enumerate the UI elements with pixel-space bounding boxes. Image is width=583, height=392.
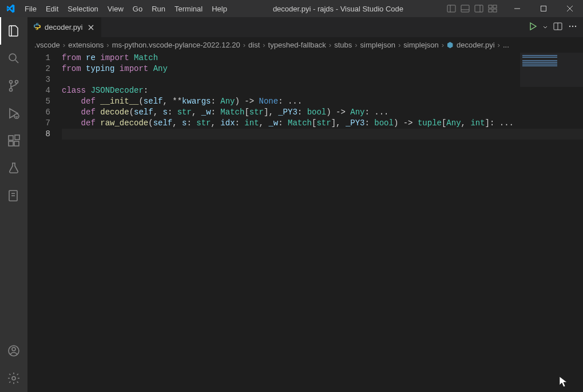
editor-area: decoder.pyi .vscode› extensions› ms-pyth… [27, 17, 583, 392]
tab-bar: decoder.pyi [27, 17, 583, 37]
toggle-secondary-sidebar-icon[interactable] [473, 2, 485, 15]
svg-point-28 [12, 347, 15, 351]
chevron-right-icon: › [261, 41, 267, 49]
tab-decoder-pyi[interactable]: decoder.pyi [27, 17, 102, 37]
vscode-logo [0, 4, 20, 13]
python-file-icon [33, 22, 41, 32]
crumb[interactable]: simplejson [403, 41, 438, 49]
run-file-icon[interactable] [528, 22, 537, 33]
code-line[interactable]: from typing import Any [62, 64, 583, 74]
code-line[interactable]: def __init__(self, **kwargs: Any) -> Non… [62, 96, 583, 107]
crumb[interactable]: dist [248, 41, 260, 49]
more-actions-icon[interactable] [568, 22, 577, 33]
minimize-button[interactable] [504, 0, 530, 17]
svg-point-17 [10, 81, 13, 84]
svg-point-14 [9, 54, 16, 61]
references-icon[interactable] [0, 182, 27, 209]
svg-rect-2 [461, 5, 469, 12]
close-icon[interactable] [86, 23, 96, 32]
editor-body: 12345678 from re import Matchfrom typing… [27, 53, 583, 392]
menu-help[interactable]: Help [207, 0, 232, 17]
chevron-right-icon: › [353, 41, 359, 49]
breadcrumbs[interactable]: .vscode› extensions› ms-python.vscode-py… [27, 37, 583, 53]
crumb[interactable]: decoder.pyi [457, 41, 495, 49]
code-line[interactable] [62, 74, 583, 85]
extensions-icon[interactable] [0, 127, 27, 155]
tab-label: decoder.pyi [45, 23, 83, 31]
minimap[interactable] [520, 53, 583, 87]
chevron-right-icon: › [105, 41, 110, 49]
toggle-primary-sidebar-icon[interactable] [445, 2, 458, 15]
svg-rect-11 [541, 6, 546, 11]
crumb[interactable]: stubs [334, 41, 352, 49]
split-editor-icon[interactable] [553, 22, 562, 33]
svg-rect-22 [14, 141, 19, 146]
crumb[interactable]: simplejson [360, 41, 395, 49]
testing-icon[interactable] [0, 155, 27, 182]
svg-point-34 [569, 26, 570, 27]
window-controls [504, 0, 583, 17]
maximize-button[interactable] [530, 0, 557, 17]
run-debug-icon[interactable] [0, 100, 27, 127]
menu-edit[interactable]: Edit [41, 0, 63, 17]
line-number: 4 [27, 85, 50, 96]
line-number: 3 [27, 74, 50, 85]
svg-point-29 [12, 377, 15, 380]
titlebar: File Edit Selection View Go Run Terminal… [0, 0, 583, 17]
svg-rect-23 [15, 135, 19, 140]
svg-point-35 [572, 26, 573, 27]
crumb[interactable]: extensions [68, 41, 104, 49]
line-number: 6 [27, 107, 50, 118]
line-number: 2 [27, 64, 50, 74]
svg-rect-21 [9, 141, 13, 146]
chevron-right-icon: › [241, 41, 247, 49]
crumb[interactable]: ms-python.vscode-pylance-2022.12.20 [112, 41, 240, 49]
chevron-right-icon: › [496, 41, 502, 49]
code-area[interactable]: 12345678 from re import Matchfrom typing… [27, 53, 583, 392]
search-icon[interactable] [0, 45, 27, 72]
svg-point-16 [15, 81, 18, 84]
code-line[interactable] [62, 129, 583, 140]
close-button[interactable] [557, 0, 583, 17]
chevron-right-icon: › [327, 41, 333, 49]
code-line[interactable]: def raw_decode(self, s: str, idx: int, _… [62, 118, 583, 129]
titlebar-right [445, 0, 583, 17]
svg-rect-8 [489, 9, 492, 12]
editor-actions [528, 17, 583, 37]
source-control-icon[interactable] [0, 72, 27, 100]
svg-rect-0 [447, 5, 455, 12]
settings-gear-icon[interactable] [0, 365, 27, 392]
crumb[interactable]: .vscode [34, 41, 60, 49]
activity-bar [0, 17, 27, 392]
menu-run[interactable]: Run [147, 0, 170, 17]
menu-go[interactable]: Go [128, 0, 147, 17]
menu-bar: File Edit Selection View Go Run Terminal… [20, 0, 232, 17]
toggle-panel-icon[interactable] [459, 2, 471, 15]
code-content[interactable]: from re import Matchfrom typing import A… [62, 53, 583, 392]
run-dropdown-icon[interactable] [543, 23, 548, 31]
chevron-right-icon: › [396, 41, 402, 49]
svg-point-36 [575, 26, 576, 27]
chevron-right-icon: › [61, 41, 67, 49]
code-line[interactable]: from re import Match [62, 53, 583, 64]
crumb[interactable]: ... [503, 41, 509, 49]
svg-rect-9 [493, 9, 497, 12]
python-file-icon: ⬢ [447, 41, 453, 49]
line-number: 8 [27, 129, 50, 140]
svg-rect-4 [475, 5, 483, 12]
window-title: decoder.pyi - rajds - Visual Studio Code [232, 5, 445, 13]
svg-line-15 [15, 60, 18, 63]
main: decoder.pyi .vscode› extensions› ms-pyth… [0, 17, 583, 392]
explorer-icon[interactable] [0, 17, 27, 45]
crumb[interactable]: typeshed-fallback [268, 41, 326, 49]
menu-terminal[interactable]: Terminal [170, 0, 207, 17]
svg-point-18 [10, 89, 13, 92]
customize-layout-icon[interactable] [486, 2, 499, 15]
accounts-icon[interactable] [0, 337, 27, 365]
line-number: 1 [27, 53, 50, 64]
menu-view[interactable]: View [103, 0, 128, 17]
menu-file[interactable]: File [20, 0, 41, 17]
code-line[interactable]: def decode(self, s: str, _w: Match[str],… [62, 107, 583, 118]
code-line[interactable]: class JSONDecoder: [62, 85, 583, 96]
menu-selection[interactable]: Selection [63, 0, 102, 17]
